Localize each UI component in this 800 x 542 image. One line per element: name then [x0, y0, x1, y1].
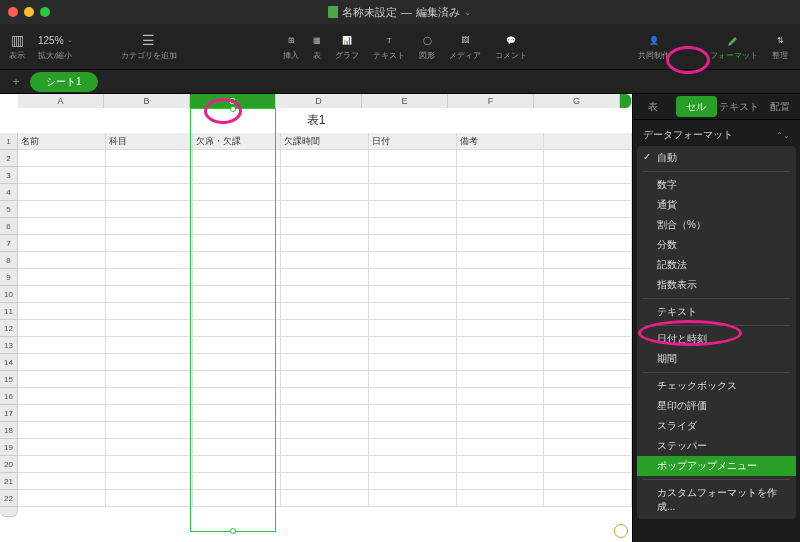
cell[interactable]	[106, 473, 194, 490]
row-header[interactable]: 4	[0, 184, 18, 201]
format-star[interactable]: 星印の評価	[637, 396, 796, 416]
minimize-button[interactable]	[24, 7, 34, 17]
cell[interactable]	[18, 150, 106, 167]
row-header[interactable]: 13	[0, 337, 18, 354]
collab-button[interactable]: 👤 共同制作	[634, 32, 674, 61]
cell[interactable]	[281, 388, 369, 405]
cell[interactable]	[106, 303, 194, 320]
cell[interactable]	[544, 235, 632, 252]
table-button[interactable]: ▦ 表	[309, 32, 325, 61]
cell[interactable]	[369, 405, 457, 422]
format-exponent[interactable]: 指数表示	[637, 275, 796, 295]
cell[interactable]	[544, 184, 632, 201]
cell[interactable]	[369, 201, 457, 218]
cell[interactable]	[369, 320, 457, 337]
cell[interactable]	[369, 167, 457, 184]
row-header[interactable]: 18	[0, 422, 18, 439]
cell[interactable]	[281, 337, 369, 354]
cell[interactable]	[369, 337, 457, 354]
cell[interactable]	[18, 303, 106, 320]
cell[interactable]	[457, 490, 545, 507]
row-header[interactable]: 20	[0, 456, 18, 473]
column-header-A[interactable]: A	[18, 94, 104, 108]
cell[interactable]	[281, 167, 369, 184]
cell[interactable]	[193, 303, 281, 320]
cell[interactable]	[106, 218, 194, 235]
cell[interactable]	[18, 473, 106, 490]
cell[interactable]	[106, 184, 194, 201]
row-header[interactable]: 7	[0, 235, 18, 252]
view-button[interactable]: ▥ 表示	[8, 32, 26, 61]
data-format-label[interactable]: データフォーマット ⌃⌄	[633, 120, 800, 146]
cell[interactable]	[369, 490, 457, 507]
cell[interactable]	[457, 303, 545, 320]
cell[interactable]	[106, 490, 194, 507]
cell[interactable]	[106, 201, 194, 218]
cell[interactable]	[193, 456, 281, 473]
cell[interactable]	[106, 235, 194, 252]
cell[interactable]	[457, 405, 545, 422]
cell[interactable]	[193, 337, 281, 354]
cell[interactable]	[457, 269, 545, 286]
cell[interactable]	[106, 252, 194, 269]
cell[interactable]	[18, 422, 106, 439]
cell[interactable]	[457, 337, 545, 354]
cell[interactable]	[193, 150, 281, 167]
format-text[interactable]: テキスト	[637, 302, 796, 322]
format-scientific[interactable]: 記数法	[637, 255, 796, 275]
cell[interactable]	[281, 422, 369, 439]
cell[interactable]	[544, 252, 632, 269]
cell[interactable]	[193, 167, 281, 184]
row-header[interactable]: 15	[0, 371, 18, 388]
format-fraction[interactable]: 分数	[637, 235, 796, 255]
cell[interactable]	[281, 184, 369, 201]
cell[interactable]	[457, 371, 545, 388]
cell[interactable]	[544, 133, 632, 150]
cell[interactable]	[193, 218, 281, 235]
row-header[interactable]: 17	[0, 405, 18, 422]
cell[interactable]	[544, 269, 632, 286]
cell[interactable]	[18, 286, 106, 303]
cell[interactable]	[281, 456, 369, 473]
cell[interactable]	[193, 184, 281, 201]
cell[interactable]	[457, 320, 545, 337]
chevron-down-icon[interactable]: ⌄	[464, 7, 472, 17]
cell[interactable]	[193, 473, 281, 490]
row-header[interactable]: 5	[0, 201, 18, 218]
cell[interactable]	[544, 354, 632, 371]
cell[interactable]	[18, 235, 106, 252]
cell[interactable]	[281, 235, 369, 252]
cell[interactable]	[193, 320, 281, 337]
cell[interactable]	[369, 269, 457, 286]
cell[interactable]	[457, 235, 545, 252]
column-header-F[interactable]: F	[448, 94, 534, 108]
cell[interactable]	[544, 371, 632, 388]
cell[interactable]	[193, 286, 281, 303]
text-button[interactable]: T テキスト	[369, 32, 409, 61]
cell[interactable]	[193, 490, 281, 507]
cell[interactable]	[457, 422, 545, 439]
cell[interactable]	[457, 439, 545, 456]
sheet-tab-1[interactable]: シート1	[30, 72, 98, 92]
cell[interactable]	[281, 371, 369, 388]
row-header[interactable]: 11	[0, 303, 18, 320]
cell[interactable]	[193, 269, 281, 286]
format-popup[interactable]: ポップアップメニュー	[637, 456, 796, 476]
cell[interactable]	[369, 286, 457, 303]
cell[interactable]	[544, 150, 632, 167]
cell[interactable]	[18, 439, 106, 456]
row-header[interactable]: 12	[0, 320, 18, 337]
cell[interactable]	[281, 269, 369, 286]
cell[interactable]: 名前	[18, 133, 106, 150]
cell[interactable]	[18, 269, 106, 286]
cell[interactable]	[106, 354, 194, 371]
cell[interactable]: 欠席・欠課	[193, 133, 281, 150]
tab-cell[interactable]: セル	[676, 96, 717, 117]
cell[interactable]	[281, 354, 369, 371]
cell[interactable]	[106, 405, 194, 422]
column-header-D[interactable]: D	[276, 94, 362, 108]
shape-button[interactable]: ◯ 図形	[415, 32, 439, 61]
format-percent[interactable]: 割合（%）	[637, 215, 796, 235]
cell[interactable]	[193, 405, 281, 422]
cell[interactable]	[457, 388, 545, 405]
